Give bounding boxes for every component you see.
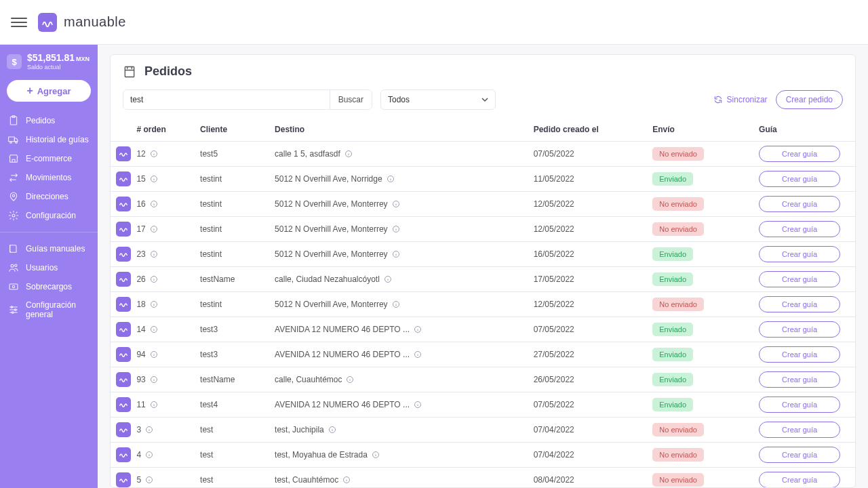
sidebar-item-usuarios[interactable]: Usuarios	[0, 258, 98, 277]
client-cell: test4	[195, 392, 269, 418]
info-icon	[414, 401, 422, 409]
status-badge: No enviado	[652, 448, 704, 462]
svg-point-7	[11, 265, 14, 268]
sidebar-item-manuales[interactable]: Guías manuales	[0, 239, 98, 258]
client-cell: testName	[195, 367, 269, 392]
svg-point-5	[12, 195, 14, 197]
create-guide-button[interactable]: Crear guía	[759, 396, 840, 413]
create-guide-button[interactable]: Crear guía	[759, 146, 840, 162]
info-icon	[145, 451, 153, 459]
client-cell: testName	[195, 267, 269, 292]
nav-label: E-commerce	[26, 154, 72, 163]
table-row: 18testint5012 N Overhill Ave, Monterrey1…	[111, 292, 855, 317]
sidebar-item-historial[interactable]: Historial de guías	[0, 130, 98, 149]
create-guide-button[interactable]: Crear guía	[759, 472, 840, 487]
search-group: Buscar	[123, 89, 372, 110]
balance-block: $ $51,851.81MXN Saldo actual	[0, 53, 98, 77]
balance-subtitle: Saldo actual	[27, 64, 90, 70]
info-icon	[392, 200, 400, 208]
status-filter-select[interactable]: Todos	[380, 89, 496, 110]
destination-cell: 5012 N Overhill Ave, Norridge	[275, 174, 382, 184]
exchange-icon	[8, 172, 19, 183]
svg-point-4	[16, 142, 18, 144]
table-row: 3testtest, Juchipila07/04/2022No enviado…	[111, 418, 855, 443]
sidebar-item-movimientos[interactable]: Movimientos	[0, 168, 98, 187]
create-order-button[interactable]: Crear pedido	[776, 90, 843, 109]
source-icon	[116, 397, 131, 412]
create-guide-button[interactable]: Crear guía	[759, 422, 840, 438]
orders-card: Pedidos Buscar Todos Sincronizar Crear p…	[110, 54, 856, 488]
sidebar-item-ecommerce[interactable]: E-commerce	[0, 149, 98, 168]
sidebar-item-configuracion[interactable]: Configuración	[0, 206, 98, 225]
th-created[interactable]: Pedido creado el	[528, 118, 648, 142]
info-icon	[150, 350, 158, 359]
status-badge: Enviado	[652, 172, 693, 186]
client-cell: test	[195, 418, 269, 443]
brand-logo[interactable]: manuable	[38, 13, 126, 32]
status-badge: No enviado	[652, 423, 704, 436]
table-row: 12test5calle 1 5, asdfasdf07/05/2022No e…	[111, 142, 855, 167]
create-guide-button[interactable]: Crear guía	[759, 271, 840, 287]
info-icon	[328, 426, 336, 434]
destination-cell: AVENIDA 12 NUMERO 46 DEPTO ...	[275, 325, 410, 334]
create-guide-button[interactable]: Crear guía	[759, 246, 840, 262]
client-cell: test	[195, 468, 269, 488]
destination-cell: 5012 N Overhill Ave, Monterrey	[275, 199, 388, 209]
info-icon	[150, 275, 158, 283]
topbar: manuable	[0, 0, 868, 45]
create-guide-button[interactable]: Crear guía	[759, 371, 840, 388]
table-row: 93testNamecalle, Cuauhtémoc26/05/2022Env…	[111, 367, 855, 392]
date-cell: 12/05/2022	[528, 292, 648, 317]
table-row: 15testint5012 N Overhill Ave, Norridge11…	[111, 167, 855, 192]
status-badge: No enviado	[652, 222, 704, 236]
svg-point-3	[10, 142, 12, 144]
orders-icon	[123, 65, 136, 79]
client-cell: test3	[195, 342, 269, 367]
sidebar-item-direcciones[interactable]: Direcciones	[0, 187, 98, 206]
create-guide-button[interactable]: Crear guía	[759, 447, 840, 463]
create-guide-button[interactable]: Crear guía	[759, 221, 840, 237]
create-guide-button[interactable]: Crear guía	[759, 196, 840, 212]
svg-rect-2	[9, 137, 15, 142]
destination-cell: calle, Cuauhtémoc	[275, 375, 342, 384]
th-order[interactable]: # orden	[131, 118, 195, 142]
sync-button[interactable]: Sincronizar	[713, 95, 768, 104]
info-icon	[387, 175, 395, 183]
status-badge: Enviado	[652, 398, 693, 411]
source-icon	[116, 146, 131, 161]
brand-mark-icon	[38, 13, 57, 32]
th-guide[interactable]: Guía	[753, 118, 855, 142]
order-number: 5	[136, 475, 141, 485]
sidebar-item-pedidos[interactable]: Pedidos	[0, 111, 98, 130]
source-icon	[116, 372, 131, 387]
source-icon	[116, 297, 131, 312]
destination-cell: 5012 N Overhill Ave, Monterrey	[275, 224, 388, 234]
clipboard-icon	[8, 115, 19, 126]
create-guide-button[interactable]: Crear guía	[759, 296, 840, 312]
search-button[interactable]: Buscar	[330, 90, 372, 109]
info-icon	[150, 225, 158, 233]
info-icon	[342, 476, 351, 484]
source-icon	[116, 422, 131, 437]
create-guide-button[interactable]: Crear guía	[759, 171, 840, 187]
nav-label: Configuración general	[26, 300, 90, 319]
menu-toggle[interactable]	[11, 14, 27, 30]
info-icon	[150, 175, 158, 183]
order-number: 11	[136, 400, 145, 409]
table-row: 16testint5012 N Overhill Ave, Monterrey1…	[111, 192, 855, 217]
sidebar-item-sobrecargos[interactable]: Sobrecargos	[0, 277, 98, 296]
money-icon	[8, 281, 19, 292]
sidebar-item-config-general[interactable]: Configuración general	[0, 296, 98, 323]
create-guide-button[interactable]: Crear guía	[759, 346, 840, 363]
balance-currency: MXN	[76, 56, 90, 62]
destination-cell: test, Juchipila	[275, 425, 324, 434]
svg-rect-9	[9, 284, 18, 289]
create-guide-button[interactable]: Crear guía	[759, 321, 840, 338]
th-ship[interactable]: Envío	[647, 118, 753, 142]
add-balance-button[interactable]: + Agregar	[7, 80, 91, 102]
th-dest[interactable]: Destino	[269, 118, 528, 142]
search-input[interactable]	[123, 90, 330, 109]
source-icon	[116, 472, 131, 487]
th-client[interactable]: Cliente	[195, 118, 269, 142]
status-badge: Enviado	[652, 348, 693, 361]
